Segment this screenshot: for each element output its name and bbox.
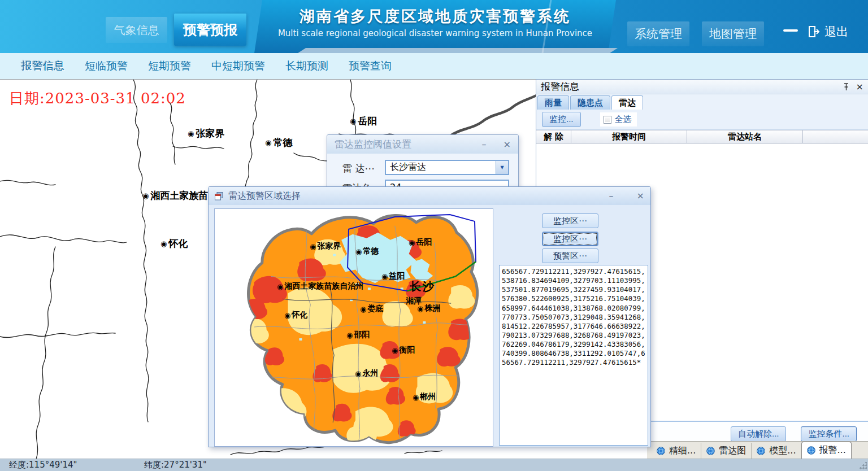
app-title-band: 湖南省多尺度区域地质灾害预警系统 Multi scale regional ge… <box>254 0 616 53</box>
app-subtitle: Multi scale regional geological disaster… <box>254 28 616 38</box>
city-marker-icon: ◉ <box>350 117 356 125</box>
alarm-panel-title: 报警信息 <box>541 80 836 93</box>
radar-select-value: 长沙雷达 <box>386 162 496 173</box>
minimize-button[interactable] <box>783 29 798 32</box>
tab-label: 报警... <box>819 444 846 456</box>
subnav-item-midshort-warning[interactable]: 中短期预警 <box>211 59 265 73</box>
hunan-warning-map-graphic <box>215 209 493 446</box>
globe-icon <box>807 446 815 455</box>
close-icon[interactable]: × <box>637 191 644 200</box>
city-label: 张家界 <box>317 241 341 251</box>
resize-grip[interactable] <box>859 462 867 470</box>
exit-label: 退出 <box>824 24 848 40</box>
tab-alarm-view[interactable]: 报警... <box>801 442 852 459</box>
app-header: 气象信息 预警预报 湖南省多尺度区域地质灾害预警系统 Multi scale r… <box>0 0 868 53</box>
dropdown-button[interactable]: ▼ <box>496 161 508 174</box>
tab-label: 精细... <box>669 445 696 457</box>
region-coordinates-textarea[interactable]: 656567.729112211,3297927.47615615,538716… <box>499 265 648 446</box>
city-marker-icon: ◉ <box>160 240 167 247</box>
close-icon[interactable]: × <box>504 140 511 149</box>
minimize-icon[interactable]: – <box>482 140 487 149</box>
city-marker-icon: ◉ <box>409 239 415 246</box>
dialog-titlebar: 雷达监控阈值设置 – × <box>327 135 518 154</box>
city-label: 常德 <box>363 246 379 256</box>
city-label: 永州 <box>362 368 378 378</box>
dialog-title: 雷达监控阈值设置 <box>335 138 482 151</box>
exit-door-icon <box>807 25 821 38</box>
city-label: 株洲 <box>424 303 440 313</box>
nav-system-management-button[interactable]: 系统管理 <box>627 21 689 46</box>
tab-label: 模型... <box>769 445 796 457</box>
alarm-panel-tabs: 雨量 隐患点 雷达 <box>536 94 868 110</box>
exit-button[interactable]: 退出 <box>807 21 848 42</box>
tab-radar[interactable]: 雷达 <box>611 95 643 110</box>
latitude-readout: 纬度:27°21'31" <box>144 460 207 470</box>
select-all-control[interactable]: 全选 <box>600 112 637 127</box>
city-marker-icon: ◉ <box>355 248 362 255</box>
nav-map-management-button[interactable]: 地图管理 <box>702 21 764 46</box>
monitor-condition-button[interactable]: 监控条件... <box>801 426 857 442</box>
monitor-zone-button-1[interactable]: 监控区⋯ <box>542 213 598 228</box>
monitor-zone-button-2[interactable]: 监控区⋯ <box>542 232 598 246</box>
subnav-item-shortterm-warning[interactable]: 短期预警 <box>148 59 191 73</box>
city-label: 岳阳 <box>358 115 377 128</box>
bottom-view-tabs: 精细... 雷达图 模型... 报警... <box>647 441 868 459</box>
status-bar: 经度:115°49'14" 纬度:27°21'31" <box>0 459 868 471</box>
subnav-item-alarm-info[interactable]: 报警信息 <box>21 59 64 73</box>
nav-weather-info-button[interactable]: 气象信息 <box>106 17 167 43</box>
tab-hazard-points[interactable]: 隐患点 <box>570 95 610 110</box>
chevron-down-icon: ▼ <box>500 165 504 170</box>
alarm-panel-titlebar: 报警信息 × <box>536 80 868 94</box>
globe-icon <box>706 447 715 455</box>
column-radar-station[interactable]: 雷达站名 <box>687 130 803 143</box>
monitor-button[interactable]: 监控... <box>542 112 581 127</box>
city-label: 长沙 <box>410 279 436 294</box>
column-empty <box>803 130 868 143</box>
city-marker-icon: ◉ <box>381 273 388 280</box>
nav-warning-forecast-button[interactable]: 预警预报 <box>174 14 246 46</box>
map-date-label: 日期:2023-03-31 02:02 <box>9 89 186 108</box>
city-marker-icon: ◉ <box>413 394 419 401</box>
subnav-item-warning-query[interactable]: 预警查询 <box>349 59 392 73</box>
city-label: 益阳 <box>389 271 405 281</box>
subnav-item-longterm-forecast[interactable]: 长期预测 <box>285 59 328 73</box>
city-marker-icon: ◉ <box>360 306 366 313</box>
city-marker-icon: ◉ <box>355 370 361 377</box>
city-marker-icon: ◉ <box>346 332 353 339</box>
close-icon[interactable]: × <box>856 82 863 91</box>
city-marker-icon: ◉ <box>265 139 271 146</box>
select-all-checkbox[interactable] <box>604 116 611 124</box>
longitude-readout: 经度:115°49'14" <box>9 460 77 470</box>
region-dialog-side-panel: 监控区⋯ 监控区⋯ 预警区⋯ 656567.729112211,3297927.… <box>496 208 649 447</box>
tab-rainfall[interactable]: 雨量 <box>537 95 569 110</box>
tab-label: 雷达图 <box>719 445 746 457</box>
subnav-item-nowcast-warning[interactable]: 短临预警 <box>85 59 128 73</box>
radar-select[interactable]: 长沙雷达 ▼ <box>385 160 509 175</box>
tab-model-view[interactable]: 模型... <box>751 443 801 459</box>
city-marker-icon: ◉ <box>392 347 398 354</box>
city-label: 邵阳 <box>354 330 370 340</box>
city-marker-icon: ◉ <box>417 305 423 312</box>
auto-release-button[interactable]: 自动解除... <box>731 426 787 442</box>
tab-fine-view[interactable]: 精细... <box>652 443 701 459</box>
select-all-label: 全选 <box>615 114 632 125</box>
city-label: 张家界 <box>196 127 224 140</box>
column-alarm-time[interactable]: 报警时间 <box>571 130 687 143</box>
alarm-table-header: 解 除 报警时间 雷达站名 <box>536 130 868 143</box>
radar-threshold-dialog: 雷达监控阈值设置 – × 雷 达⋯ 长沙雷达 ▼ 雷达色 ⋯ 24 <box>327 134 519 191</box>
tab-radar-image[interactable]: 雷达图 <box>701 443 751 459</box>
city-label: 岳阳 <box>416 237 432 247</box>
city-marker-icon: ◉ <box>277 283 283 290</box>
dialog-title: 雷达预警区域选择 <box>228 190 604 202</box>
city-label: 湘西土家族苗 <box>150 189 208 202</box>
city-marker-icon: ◉ <box>188 130 194 137</box>
warning-zone-button[interactable]: 预警区⋯ <box>542 248 598 263</box>
warning-level-map[interactable]: ◉张家界 ◉常德 ◉岳阳 ◉益阳 长沙 ◉湘西土家族苗族自治州 ◉怀化 ◉娄底 … <box>214 208 493 447</box>
globe-icon <box>757 447 765 455</box>
radar-region-dialog: 雷达预警区域选择 – × <box>208 186 651 447</box>
minimize-icon[interactable]: – <box>609 191 614 200</box>
column-release[interactable]: 解 除 <box>536 130 571 143</box>
radar-field-label: 雷 达⋯ <box>342 162 374 175</box>
city-marker-icon: ◉ <box>284 312 290 319</box>
pin-icon[interactable] <box>843 83 849 91</box>
